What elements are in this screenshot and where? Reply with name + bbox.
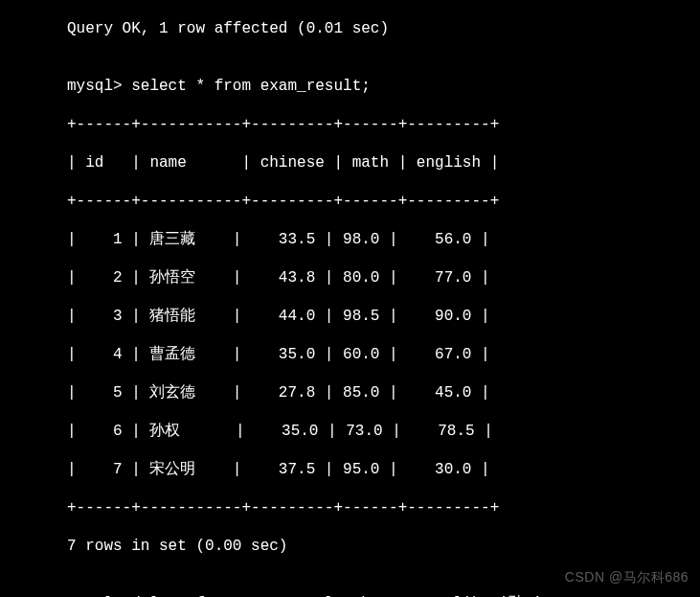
result-summary: 7 rows in set (0.00 sec) [67,537,633,556]
table-row: | 7 | 宋公明 | 37.5 | 95.0 | 30.0 | [67,460,633,479]
table-row: | 3 | 猪悟能 | 44.0 | 98.5 | 90.0 | [67,307,633,326]
sql-prompt[interactable]: mysql> select * from exam_result; [67,77,633,96]
table-row: | 5 | 刘玄德 | 27.8 | 85.0 | 45.0 | [67,383,633,402]
table-border: +------+-----------+---------+------+---… [67,115,633,134]
table-header: | id | name | chinese | math | english | [67,153,633,172]
table-row: | 2 | 孙悟空 | 43.8 | 80.0 | 77.0 | [67,268,633,287]
terminal-output: Query OK, 1 row affected (0.01 sec) mysq… [0,0,700,597]
table-border: +------+-----------+---------+------+---… [67,192,633,211]
table-row: | 6 | 孙权 | 35.0 | 73.0 | 78.5 | [67,422,633,441]
table-row: | 4 | 曹孟德 | 35.0 | 60.0 | 67.0 | [67,345,633,364]
table-border: +------+-----------+---------+------+---… [67,498,633,517]
watermark: CSDN @马尔科686 [565,569,689,586]
output-line: Query OK, 1 row affected (0.01 sec) [67,19,633,38]
table-row: | 1 | 唐三藏 | 33.5 | 98.0 | 56.0 | [67,230,633,249]
